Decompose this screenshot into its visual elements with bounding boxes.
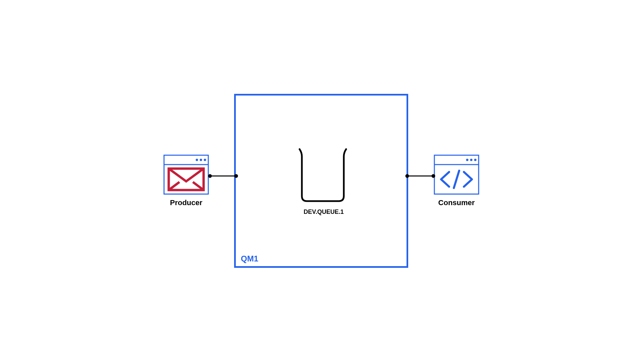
svg-point-11 (470, 159, 473, 161)
svg-point-2 (196, 159, 198, 161)
diagram-canvas: QM1 DEV.QUEUE.1 Producer Consum (0, 0, 644, 362)
queue-label: DEV.QUEUE.1 (295, 208, 352, 216)
producer-connection (208, 173, 238, 179)
consumer-connection (405, 173, 435, 179)
svg-point-10 (466, 159, 469, 161)
consumer-label: Consumer (434, 198, 479, 207)
queue-icon (297, 149, 349, 204)
svg-rect-8 (434, 155, 479, 194)
svg-point-16 (234, 174, 238, 178)
svg-point-3 (200, 159, 202, 161)
svg-point-18 (406, 174, 409, 178)
svg-point-19 (432, 174, 435, 178)
svg-point-15 (208, 174, 212, 178)
consumer-app-icon (434, 155, 479, 195)
svg-point-4 (204, 159, 206, 161)
queue-manager-label: QM1 (241, 254, 258, 263)
producer-app-icon (163, 155, 209, 195)
producer-label: Producer (163, 198, 209, 207)
svg-point-12 (474, 159, 477, 161)
